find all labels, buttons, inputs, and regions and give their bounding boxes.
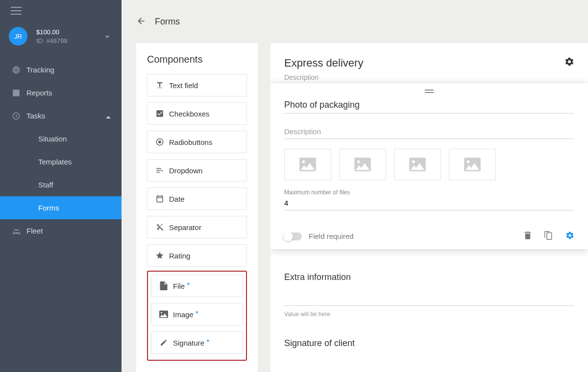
nav-label: Tasks (26, 112, 45, 120)
field-description-input[interactable] (284, 124, 574, 139)
topbar: Forms (122, 0, 588, 43)
nav-label: Staff (38, 181, 53, 189)
component-label: Image (173, 310, 194, 319)
file-icon (157, 281, 170, 290)
image-placeholders (284, 149, 574, 180)
components-heading: Components (147, 54, 247, 65)
form-body: Extra information Value will be here Sig… (284, 272, 574, 349)
sidebar: JR $100.00 ID: #46799 Tracking Reports (0, 0, 122, 372)
star-icon (153, 251, 166, 260)
component-signature[interactable]: Signature * (151, 331, 243, 354)
nav-forms[interactable]: Forms (0, 196, 122, 219)
gear-icon (564, 57, 574, 67)
component-dropdown[interactable]: Dropdown (147, 159, 247, 182)
nav-label: Reports (26, 89, 52, 97)
component-rating[interactable]: Rating (147, 244, 247, 267)
account-dropdown[interactable]: JR $100.00 ID: #46799 (0, 22, 122, 53)
nav-label: Tracking (26, 66, 54, 74)
component-label: Text field (169, 81, 198, 90)
radio-icon (153, 138, 166, 146)
caret-down-icon (105, 32, 110, 40)
field-settings-button[interactable] (565, 231, 574, 241)
main-area: Forms Components Text field Checkboxes (122, 0, 588, 372)
page-title: Forms (155, 17, 180, 27)
field-title-input[interactable] (284, 97, 574, 114)
image-slot[interactable] (394, 149, 441, 180)
component-label: Date (169, 195, 185, 203)
component-radiobuttons[interactable]: Radiobuttons (147, 131, 247, 153)
section-signature: Signature of client (284, 338, 574, 349)
gear-icon (565, 231, 574, 240)
image-slot[interactable] (339, 149, 386, 180)
component-label: Rating (169, 252, 190, 260)
drag-handle[interactable] (425, 87, 434, 95)
clock-icon (12, 112, 26, 120)
drag-handle-icon (425, 90, 434, 93)
required-toggle[interactable] (284, 232, 302, 240)
premium-asterisk: * (206, 338, 209, 347)
nav-templates[interactable]: Templates (0, 150, 122, 173)
trash-icon (524, 231, 532, 240)
text-field-icon (153, 81, 166, 90)
duplicate-button[interactable] (544, 231, 553, 241)
form-description-label: Description (284, 73, 363, 81)
highlighted-components: File * Image * Signature (147, 271, 247, 361)
form-editor: Express delivery Description (270, 43, 588, 372)
dropdown-icon (153, 166, 166, 175)
component-label: Separator (169, 223, 201, 232)
premium-asterisk: * (187, 281, 190, 290)
component-checkboxes[interactable]: Checkboxes (147, 102, 247, 125)
hamburger-icon (11, 7, 22, 15)
component-label: Signature (173, 339, 204, 347)
nav-label: Situation (38, 135, 67, 143)
nav-tracking[interactable]: Tracking (0, 58, 122, 81)
required-label: Field required (309, 232, 354, 240)
nav-fleet[interactable]: Fleet (0, 219, 122, 242)
nav-staff[interactable]: Staff (0, 173, 122, 196)
hamburger-menu[interactable] (0, 0, 122, 22)
chevron-up-icon (106, 112, 111, 120)
value-hint: Value will be here (284, 311, 574, 318)
globe-icon (12, 66, 26, 74)
workspace: Components Text field Checkboxes (122, 43, 588, 372)
component-image[interactable]: Image * (151, 303, 243, 326)
component-separator[interactable]: Separator (147, 216, 247, 238)
delete-button[interactable] (524, 231, 532, 241)
back-button[interactable] (136, 16, 146, 27)
component-label: Dropdown (169, 166, 202, 175)
component-label: Radiobuttons (169, 138, 212, 146)
primary-nav: Tracking Reports Tasks Situation Templat… (0, 58, 122, 242)
form-title: Express delivery (284, 57, 363, 70)
form-settings-button[interactable] (564, 57, 574, 68)
nav-label: Fleet (26, 227, 43, 235)
component-text-field[interactable]: Text field (147, 74, 247, 96)
copy-icon (544, 231, 553, 240)
component-label: File (173, 282, 185, 290)
component-label: Checkboxes (169, 110, 210, 118)
image-slot[interactable] (449, 149, 496, 180)
car-icon (12, 227, 26, 235)
image-slot[interactable] (284, 149, 331, 180)
nav-reports[interactable]: Reports (0, 81, 122, 104)
components-panel: Components Text field Checkboxes (136, 43, 258, 372)
nav-situation[interactable]: Situation (0, 127, 122, 150)
avatar: JR (9, 27, 27, 46)
field-editor-card: Maximum number of files Field required (270, 83, 588, 249)
nav-tasks[interactable]: Tasks (0, 104, 122, 127)
pencil-icon (157, 339, 170, 347)
scissors-icon (153, 223, 166, 232)
max-files-input[interactable] (284, 197, 574, 210)
premium-asterisk: * (196, 310, 198, 319)
arrow-left-icon (136, 16, 146, 26)
account-balance: $100.00 (36, 28, 68, 36)
chart-icon (12, 89, 26, 97)
component-date[interactable]: Date (147, 187, 247, 210)
section-extra-info: Extra information (284, 272, 574, 282)
account-id: ID: #46799 (36, 37, 68, 45)
image-icon (157, 310, 170, 318)
component-file[interactable]: File * (151, 275, 243, 297)
text-field-preview[interactable] (284, 297, 574, 306)
nav-label: Forms (38, 204, 59, 212)
max-files-label: Maximum number of files (284, 189, 574, 196)
nav-label: Templates (38, 158, 72, 166)
